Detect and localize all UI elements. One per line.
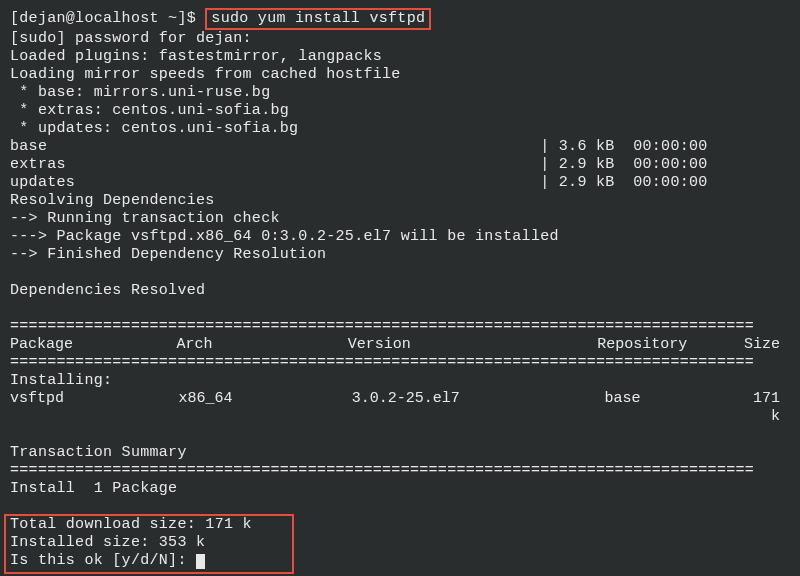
hdr-version: Version [348, 336, 598, 354]
row-version: 3.0.2-25.el7 [352, 390, 605, 426]
mirror-extras-line: * extras: centos.uni-sofia.bg [10, 102, 790, 120]
hdr-package: Package [10, 336, 176, 354]
hr-top: ========================================… [10, 318, 790, 336]
prompt-line: [dejan@localhost ~]$ sudo yum install vs… [10, 8, 790, 30]
row-package: vsftpd [10, 390, 178, 426]
command-text: sudo yum install vsftpd [211, 10, 425, 27]
mirror-loading-line: Loading mirror speeds from cached hostfi… [10, 66, 790, 84]
confirm-text: Is this ok [y/d/N]: [10, 552, 196, 569]
blank-line [10, 300, 790, 318]
dep-done-line: --> Finished Dependency Resolution [10, 246, 790, 264]
plugins-line: Loaded plugins: fastestmirror, langpacks [10, 48, 790, 66]
command-highlight: sudo yum install vsftpd [205, 8, 431, 30]
hr-mid: ========================================… [10, 354, 790, 372]
install-count-line: Install 1 Package [10, 480, 790, 498]
installed-size-line: Installed size: 353 k [10, 534, 288, 552]
repo-base-line: base | 3.6 kB 00:00:00 [10, 138, 790, 156]
repo-updates-line: updates | 2.9 kB 00:00:00 [10, 174, 790, 192]
row-arch: x86_64 [178, 390, 351, 426]
sudo-password-line: [sudo] password for dejan: [10, 30, 790, 48]
hdr-arch: Arch [176, 336, 347, 354]
confirm-prompt-line[interactable]: Is this ok [y/d/N]: [10, 552, 288, 570]
deps-resolved-line: Dependencies Resolved [10, 282, 790, 300]
cursor-icon [196, 554, 205, 569]
row-repository: base [604, 390, 753, 426]
hdr-repository: Repository [597, 336, 744, 354]
table-header: Package Arch Version Repository Size [10, 336, 790, 354]
mirror-updates-line: * updates: centos.uni-sofia.bg [10, 120, 790, 138]
summary-highlight: Total download size: 171 k Installed siz… [4, 514, 294, 574]
txn-summary-label: Transaction Summary [10, 444, 790, 462]
download-size-line: Total download size: 171 k [10, 516, 288, 534]
table-row: vsftpd x86_64 3.0.2-25.el7 base 171 k [10, 390, 790, 426]
installing-label: Installing: [10, 372, 790, 390]
hr-bottom: ========================================… [10, 462, 790, 480]
mirror-base-line: * base: mirrors.uni-ruse.bg [10, 84, 790, 102]
txn-check-line: --> Running transaction check [10, 210, 790, 228]
row-size: 171 k [753, 390, 790, 426]
prompt-userhost: [dejan@localhost ~]$ [10, 10, 196, 27]
blank-line [10, 264, 790, 282]
blank-line [10, 426, 790, 444]
hdr-size: Size [744, 336, 790, 354]
repo-extras-line: extras | 2.9 kB 00:00:00 [10, 156, 790, 174]
pkg-install-line: ---> Package vsftpd.x86_64 0:3.0.2-25.el… [10, 228, 790, 246]
resolving-deps-line: Resolving Dependencies [10, 192, 790, 210]
